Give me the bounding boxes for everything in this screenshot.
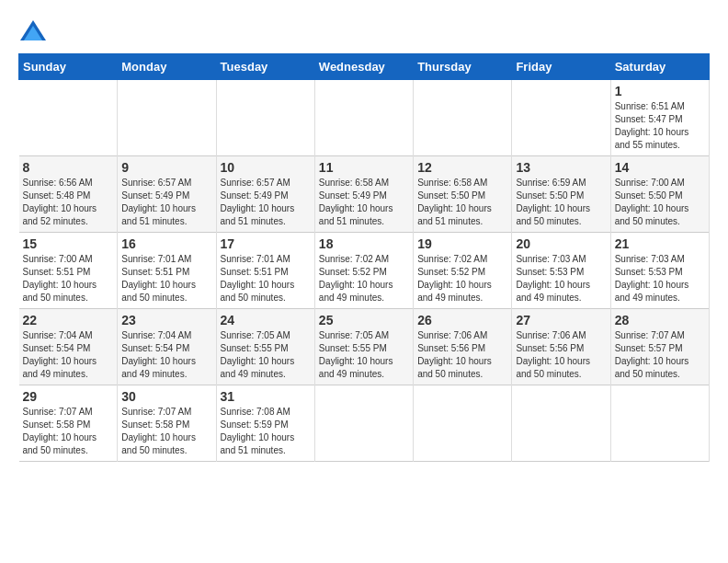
- day-info: Sunrise: 6:57 AMSunset: 5:49 PMDaylight:…: [221, 177, 311, 228]
- day-number: 19: [417, 236, 507, 251]
- calendar-cell-0-4: [414, 80, 512, 156]
- header-day-thursday: Thursday: [414, 54, 512, 80]
- day-info: Sunrise: 7:01 AMSunset: 5:51 PMDaylight:…: [121, 253, 211, 304]
- logo-icon: [18, 18, 48, 44]
- calendar-cell-3-4: 26Sunrise: 7:06 AMSunset: 5:56 PMDayligh…: [414, 309, 512, 385]
- day-number: 16: [121, 236, 211, 251]
- day-info: Sunrise: 7:07 AMSunset: 5:58 PMDaylight:…: [121, 406, 211, 457]
- calendar-cell-1-5: 13Sunrise: 6:59 AMSunset: 5:50 PMDayligh…: [512, 156, 610, 233]
- calendar-table: SundayMondayTuesdayWednesdayThursdayFrid…: [18, 53, 710, 462]
- header: [18, 18, 710, 44]
- day-number: 10: [221, 160, 311, 175]
- day-info: Sunrise: 7:01 AMSunset: 5:51 PMDaylight:…: [221, 253, 311, 304]
- calendar-cell-4-3: [314, 385, 413, 462]
- calendar-cell-2-1: 16Sunrise: 7:01 AMSunset: 5:51 PMDayligh…: [118, 233, 216, 309]
- day-info: Sunrise: 6:57 AMSunset: 5:49 PMDaylight:…: [121, 177, 211, 228]
- day-number: 11: [319, 160, 409, 175]
- calendar-cell-3-6: 28Sunrise: 7:07 AMSunset: 5:57 PMDayligh…: [610, 309, 709, 385]
- calendar-header: SundayMondayTuesdayWednesdayThursdayFrid…: [19, 54, 710, 80]
- calendar-cell-4-1: 30Sunrise: 7:07 AMSunset: 5:58 PMDayligh…: [118, 385, 216, 462]
- day-info: Sunrise: 7:00 AMSunset: 5:50 PMDaylight:…: [615, 177, 705, 228]
- day-number: 1: [615, 84, 705, 98]
- calendar-cell-0-5: [512, 80, 610, 156]
- calendar-cell-0-1: [118, 80, 216, 156]
- calendar-row-3: 22Sunrise: 7:04 AMSunset: 5:54 PMDayligh…: [19, 309, 710, 385]
- header-day-monday: Monday: [118, 54, 216, 80]
- calendar-cell-4-0: 29Sunrise: 7:07 AMSunset: 5:58 PMDayligh…: [19, 385, 118, 462]
- day-number: 29: [23, 389, 114, 404]
- day-info: Sunrise: 7:03 AMSunset: 5:53 PMDaylight:…: [615, 253, 705, 304]
- day-info: Sunrise: 6:58 AMSunset: 5:49 PMDaylight:…: [319, 177, 409, 228]
- calendar-cell-0-0: [19, 80, 118, 156]
- calendar-cell-1-1: 9Sunrise: 6:57 AMSunset: 5:49 PMDaylight…: [118, 156, 216, 233]
- calendar-cell-0-6: 1Sunrise: 6:51 AMSunset: 5:47 PMDaylight…: [610, 80, 709, 156]
- day-number: 23: [121, 313, 211, 327]
- day-info: Sunrise: 7:08 AMSunset: 5:59 PMDaylight:…: [221, 406, 311, 457]
- calendar-body: 1Sunrise: 6:51 AMSunset: 5:47 PMDaylight…: [19, 80, 710, 462]
- calendar-cell-3-1: 23Sunrise: 7:04 AMSunset: 5:54 PMDayligh…: [118, 309, 216, 385]
- day-number: 31: [221, 389, 311, 404]
- day-number: 12: [417, 160, 507, 175]
- calendar-cell-1-6: 14Sunrise: 7:00 AMSunset: 5:50 PMDayligh…: [610, 156, 709, 233]
- day-number: 26: [417, 313, 507, 327]
- day-number: 20: [516, 236, 606, 251]
- day-info: Sunrise: 7:07 AMSunset: 5:58 PMDaylight:…: [23, 406, 114, 457]
- header-day-wednesday: Wednesday: [314, 54, 413, 80]
- calendar-cell-1-4: 12Sunrise: 6:58 AMSunset: 5:50 PMDayligh…: [414, 156, 512, 233]
- day-number: 22: [23, 313, 114, 327]
- header-day-saturday: Saturday: [610, 54, 709, 80]
- calendar-cell-3-0: 22Sunrise: 7:04 AMSunset: 5:54 PMDayligh…: [19, 309, 118, 385]
- day-info: Sunrise: 7:04 AMSunset: 5:54 PMDaylight:…: [121, 329, 211, 381]
- calendar-cell-2-6: 21Sunrise: 7:03 AMSunset: 5:53 PMDayligh…: [610, 233, 709, 309]
- calendar-cell-0-2: [216, 80, 314, 156]
- day-number: 27: [516, 313, 606, 327]
- day-info: Sunrise: 7:03 AMSunset: 5:53 PMDaylight:…: [516, 253, 606, 304]
- calendar-cell-4-4: [414, 385, 512, 462]
- day-info: Sunrise: 7:04 AMSunset: 5:54 PMDaylight:…: [23, 329, 114, 381]
- calendar-cell-4-2: 31Sunrise: 7:08 AMSunset: 5:59 PMDayligh…: [216, 385, 314, 462]
- day-number: 17: [221, 236, 311, 251]
- day-info: Sunrise: 6:58 AMSunset: 5:50 PMDaylight:…: [417, 177, 507, 228]
- day-info: Sunrise: 7:06 AMSunset: 5:56 PMDaylight:…: [516, 329, 606, 381]
- calendar-cell-1-3: 11Sunrise: 6:58 AMSunset: 5:49 PMDayligh…: [314, 156, 413, 233]
- day-number: 14: [615, 160, 705, 175]
- header-day-tuesday: Tuesday: [216, 54, 314, 80]
- calendar-cell-3-3: 25Sunrise: 7:05 AMSunset: 5:55 PMDayligh…: [314, 309, 413, 385]
- day-info: Sunrise: 7:00 AMSunset: 5:51 PMDaylight:…: [23, 253, 114, 304]
- calendar-cell-1-2: 10Sunrise: 6:57 AMSunset: 5:49 PMDayligh…: [216, 156, 314, 233]
- calendar-row-1: 8Sunrise: 6:56 AMSunset: 5:48 PMDaylight…: [19, 156, 710, 233]
- header-day-sunday: Sunday: [19, 54, 118, 80]
- calendar-cell-2-4: 19Sunrise: 7:02 AMSunset: 5:52 PMDayligh…: [414, 233, 512, 309]
- day-info: Sunrise: 7:05 AMSunset: 5:55 PMDaylight:…: [221, 329, 311, 381]
- day-number: 8: [23, 160, 114, 175]
- calendar-cell-2-5: 20Sunrise: 7:03 AMSunset: 5:53 PMDayligh…: [512, 233, 610, 309]
- day-number: 9: [121, 160, 211, 175]
- day-number: 25: [319, 313, 409, 327]
- calendar-cell-2-3: 18Sunrise: 7:02 AMSunset: 5:52 PMDayligh…: [314, 233, 413, 309]
- calendar-cell-1-0: 8Sunrise: 6:56 AMSunset: 5:48 PMDaylight…: [19, 156, 118, 233]
- day-info: Sunrise: 7:02 AMSunset: 5:52 PMDaylight:…: [319, 253, 409, 304]
- day-number: 30: [121, 389, 211, 404]
- day-info: Sunrise: 6:56 AMSunset: 5:48 PMDaylight:…: [23, 177, 114, 228]
- day-number: 24: [221, 313, 311, 327]
- calendar-cell-4-6: [610, 385, 709, 462]
- calendar-row-2: 15Sunrise: 7:00 AMSunset: 5:51 PMDayligh…: [19, 233, 710, 309]
- logo: [18, 18, 53, 44]
- day-number: 18: [319, 236, 409, 251]
- day-info: Sunrise: 7:06 AMSunset: 5:56 PMDaylight:…: [417, 329, 507, 381]
- calendar-cell-3-5: 27Sunrise: 7:06 AMSunset: 5:56 PMDayligh…: [512, 309, 610, 385]
- day-number: 13: [516, 160, 606, 175]
- header-day-friday: Friday: [512, 54, 610, 80]
- day-number: 28: [615, 313, 705, 327]
- day-info: Sunrise: 7:05 AMSunset: 5:55 PMDaylight:…: [319, 329, 409, 381]
- calendar-row-4: 29Sunrise: 7:07 AMSunset: 5:58 PMDayligh…: [19, 385, 710, 462]
- calendar-cell-3-2: 24Sunrise: 7:05 AMSunset: 5:55 PMDayligh…: [216, 309, 314, 385]
- calendar-cell-0-3: [314, 80, 413, 156]
- day-info: Sunrise: 6:51 AMSunset: 5:47 PMDaylight:…: [615, 100, 705, 152]
- header-row: SundayMondayTuesdayWednesdayThursdayFrid…: [19, 54, 710, 80]
- day-number: 15: [23, 236, 114, 251]
- day-number: 21: [615, 236, 705, 251]
- calendar-cell-4-5: [512, 385, 610, 462]
- calendar-cell-2-2: 17Sunrise: 7:01 AMSunset: 5:51 PMDayligh…: [216, 233, 314, 309]
- calendar-row-0: 1Sunrise: 6:51 AMSunset: 5:47 PMDaylight…: [19, 80, 710, 156]
